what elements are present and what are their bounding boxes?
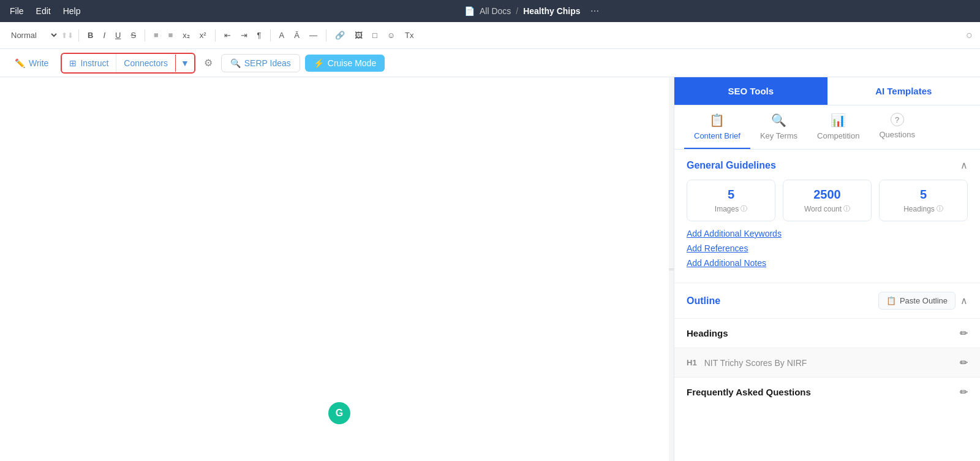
images-info-icon[interactable]: ⓘ [741,204,747,213]
emoji-button[interactable]: ☺ [383,28,399,42]
check-icon: ○ [966,29,973,42]
separator-3 [215,29,216,42]
link-button[interactable]: 🔗 [331,28,349,42]
panel-content: General Guidelines ∧ 5 Images ⓘ 2500 [674,150,980,461]
image-button[interactable]: 🖼 [351,28,366,42]
h1-text: NIT Trichy Scores By NIRF [704,358,807,368]
outline-item-faq: Frequently Asked Questions ✏ [674,377,980,406]
title-area: 📄 All Docs / Healthy Chips ⋯ [92,6,970,16]
cruise-label: Cruise Mode [328,58,376,68]
underline-button[interactable]: U [111,28,124,42]
seo-tools-tab[interactable]: SEO Tools [674,77,827,105]
ai-templates-tab[interactable]: AI Templates [827,77,981,105]
outline-title: Outline [687,295,720,307]
word-count-value: 2500 [813,188,841,202]
instruct-icon: ⊞ [69,58,77,68]
highlight-button[interactable]: Ā [290,28,303,42]
key-terms-icon: 🔍 [771,113,786,128]
gear-icon: ⚙ [204,58,213,68]
headings-edit-button[interactable]: ✏ [960,327,968,339]
stats-row: 5 Images ⓘ 2500 Word count ⓘ [687,180,968,221]
menu-file[interactable]: File [10,6,24,16]
connectors-group: ⊞ Instruct Connectors ▼ [61,53,195,74]
instruct-button[interactable]: ⊞ Instruct [62,55,116,72]
bold-button[interactable]: B [84,28,97,42]
images-label: Images ⓘ [715,204,747,213]
indent-button[interactable]: ⇥ [237,28,251,42]
add-references-link[interactable]: Add References [687,243,968,253]
connectors-label: Connectors [124,58,168,68]
settings-button[interactable]: ⚙ [200,53,216,72]
superscript-button[interactable]: x² [196,28,210,42]
tab-content-brief[interactable]: 📋 Content Brief [684,105,750,149]
guidelines-title: General Guidelines [687,160,776,171]
competition-icon: 📊 [831,113,846,128]
outline-header: Outline 📋 Paste Outline ∧ [674,283,980,318]
h1-badge: H1 [687,358,697,367]
panel-top-tabs: SEO Tools AI Templates [674,77,980,105]
grammarly-icon: G [336,408,343,419]
unordered-list-button[interactable]: ≡ [165,28,177,42]
headings-info-icon[interactable]: ⓘ [937,204,943,213]
connectors-dropdown-button[interactable]: ▼ [175,55,194,72]
write-label: Write [29,58,48,68]
tab-key-terms[interactable]: 🔍 Key Terms [750,105,807,149]
word-count-info-icon[interactable]: ⓘ [843,204,850,213]
outline-item-headings: Headings ✏ [674,318,980,348]
paragraph-button[interactable]: ¶ [254,28,265,42]
text-style-select[interactable]: Normal Heading 1 Heading 2 [7,28,59,43]
key-terms-label: Key Terms [760,131,797,140]
tab-competition[interactable]: 📊 Competition [807,105,869,149]
outline-collapse-button[interactable]: ∧ [960,295,968,307]
separator-4 [270,29,271,42]
table-button[interactable]: □ [369,28,381,42]
outdent-button[interactable]: ⇤ [221,28,235,42]
images-value: 5 [728,188,734,202]
tab-questions[interactable]: ? Questions [869,105,925,149]
write-icon: ✏️ [15,58,25,68]
menu-help[interactable]: Help [63,6,81,16]
serp-icon: 🔍 [230,58,241,68]
questions-label: Questions [879,130,915,139]
h1-edit-button[interactable]: ✏ [960,357,968,368]
subscript-button[interactable]: x₂ [179,28,194,42]
serp-label: SERP Ideas [244,58,291,68]
strikethrough-button[interactable]: S [127,28,140,42]
lightning-icon: ⚡ [314,58,324,68]
editor-area: G [0,77,669,461]
brief-tabs: 📋 Content Brief 🔍 Key Terms 📊 Competitio… [674,105,980,150]
resize-handle[interactable]: ⟺ [669,77,674,461]
cruise-mode-button[interactable]: ⚡ Cruise Mode [305,55,385,72]
align-button[interactable]: — [306,28,321,42]
separator-1 [78,29,79,42]
editor-toolbar: ✏️ Write ⊞ Instruct Connectors ▼ ⚙ 🔍 SER… [0,49,980,77]
font-color-button[interactable]: A [276,28,288,42]
word-count-stat: 2500 Word count ⓘ [783,180,872,221]
headings-value: 5 [920,188,927,202]
content-brief-icon: 📋 [709,113,725,128]
italic-button[interactable]: I [99,28,109,42]
guidelines-collapse-button[interactable]: ∧ [960,159,968,171]
clear-format-button[interactable]: Tx [401,28,417,42]
add-keywords-link[interactable]: Add Additional Keywords [687,229,968,238]
doc-icon: 📄 [464,6,475,16]
faq-edit-button[interactable]: ✏ [960,386,968,398]
paste-outline-button[interactable]: 📋 Paste Outline [878,292,956,310]
word-count-label: Word count ⓘ [804,204,850,213]
share-icon[interactable]: ⋯ [590,6,599,16]
connectors-button[interactable]: Connectors [116,55,175,72]
all-docs-link[interactable]: All Docs [480,6,511,16]
write-button[interactable]: ✏️ Write [7,55,56,72]
guidelines-header: General Guidelines ∧ [687,159,968,171]
separator-5 [326,29,326,42]
headings-label: Headings ⓘ [903,204,943,213]
ordered-list-button[interactable]: ≡ [150,28,162,42]
competition-label: Competition [817,131,859,140]
grammarly-badge[interactable]: G [328,402,350,424]
serp-ideas-button[interactable]: 🔍 SERP Ideas [221,54,300,72]
formatting-toolbar: Normal Heading 1 Heading 2 ⬆⬇ B I U S ≡ … [0,22,980,49]
menu-bar: File Edit Help 📄 All Docs / Healthy Chip… [0,0,980,22]
menu-edit[interactable]: Edit [36,6,51,16]
paste-icon: 📋 [886,296,896,305]
add-notes-link[interactable]: Add Additional Notes [687,258,968,268]
